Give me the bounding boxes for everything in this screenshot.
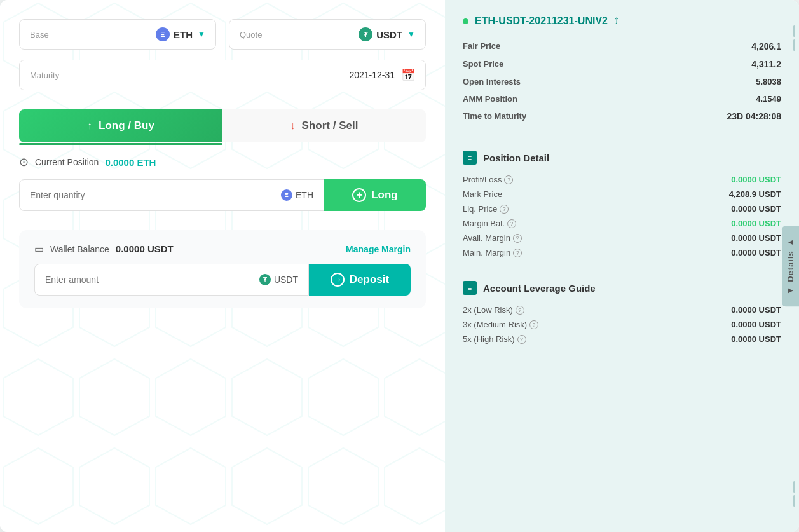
- quote-value: ₮ USDT: [359, 27, 402, 41]
- amount-usdt-label: ₮ USDT: [259, 274, 298, 285]
- open-interests-label: Open Interests: [463, 75, 727, 88]
- margin-bal-value: 0.0000 USDT: [729, 219, 781, 228]
- leverage-grid: 2x (Low Risk) ? 0.0000 USDT 3x (Medium R…: [463, 305, 781, 344]
- base-value: Ξ ETH: [156, 27, 193, 41]
- calendar-icon: 📅: [401, 68, 415, 82]
- deposit-button[interactable]: → Deposit: [309, 264, 411, 296]
- main-margin-value: 0.0000 USDT: [729, 248, 781, 257]
- quote-selector[interactable]: Quote ₮ USDT ▼: [229, 19, 426, 50]
- leverage-3x-value: 0.0000 USDT: [731, 320, 781, 329]
- position-detail-section: ≡ Position Detail: [463, 151, 781, 165]
- time-to-maturity-label: Time to Maturity: [463, 109, 727, 123]
- details-chevron-right-icon: ▶: [788, 287, 793, 294]
- arrow-up-icon: ↑: [87, 120, 92, 132]
- margin-bal-label: Margin Bal. ?: [463, 219, 729, 228]
- current-position-value: 0.0000 ETH: [105, 157, 156, 168]
- base-chevron-down-icon: ▼: [198, 30, 205, 39]
- short-sell-tab[interactable]: ↓ Short / Sell: [222, 109, 426, 142]
- deposit-circle-icon: →: [331, 273, 345, 287]
- amm-position-value: 4.1549: [727, 92, 781, 106]
- instrument-name: ETH-USDT-20211231-UNIV2: [475, 15, 608, 27]
- handle-bars-top: [789, 19, 799, 57]
- divider-1: [463, 139, 781, 139]
- wallet-label: Wallet Balance: [50, 244, 109, 254]
- profit-loss-help-icon[interactable]: ?: [504, 175, 513, 184]
- base-label: Base: [30, 30, 49, 39]
- quantity-row: Ξ ETH + Long: [19, 179, 426, 211]
- margin-bal-help-icon[interactable]: ?: [507, 219, 516, 228]
- eth-small-icon: Ξ: [281, 189, 292, 201]
- arrow-down-icon: ↓: [290, 120, 296, 132]
- leverage-5x-value: 0.0000 USDT: [731, 334, 781, 344]
- current-position-label: Current Position: [35, 157, 99, 167]
- avail-margin-help-icon[interactable]: ?: [513, 234, 522, 243]
- wallet-icon: ▭: [34, 243, 44, 255]
- database-icon: ⊙: [19, 155, 29, 169]
- divider-2: [463, 269, 781, 269]
- quantity-eth-label: Ξ ETH: [281, 189, 313, 201]
- manage-margin-link[interactable]: Manage Margin: [346, 244, 411, 254]
- leverage-2x-help-icon[interactable]: ?: [516, 306, 524, 315]
- position-detail-icon: ≡: [463, 151, 477, 165]
- wallet-section: ▭ Wallet Balance 0.0000 USDT Manage Marg…: [19, 230, 426, 308]
- usdt-icon: ₮: [359, 27, 372, 41]
- maturity-label: Maturity: [30, 71, 59, 80]
- spot-price-label: Spot Price: [463, 57, 727, 71]
- main-margin-help-icon[interactable]: ?: [513, 249, 522, 257]
- avail-margin-value: 0.0000 USDT: [729, 233, 781, 243]
- open-interests-value: 5.8038: [727, 75, 781, 88]
- base-selector[interactable]: Base Ξ ETH ▼: [19, 19, 216, 50]
- fair-price-value: 4,206.1: [727, 39, 781, 53]
- position-detail-title: Position Detail: [483, 153, 549, 163]
- leverage-5x-help-icon[interactable]: ?: [517, 335, 526, 344]
- leverage-2x-label: 2x (Low Risk) ?: [463, 305, 731, 315]
- avail-margin-label: Avail. Margin ?: [463, 233, 729, 243]
- amount-input-box: ₮ USDT: [34, 264, 309, 296]
- liq-price-label: Liq. Price ?: [463, 204, 729, 214]
- time-to-maturity-value: 23D 04:28:08: [727, 109, 781, 123]
- mark-price-label: Mark Price: [463, 189, 729, 199]
- status-dot-icon: [463, 18, 468, 24]
- selectors-row: Base Ξ ETH ▼ Quote ₮ USDT ▼: [19, 19, 426, 50]
- leverage-2x-value: 0.0000 USDT: [731, 305, 781, 315]
- position-detail-grid: Profit/Loss ? 0.0000 USDT Mark Price 4,2…: [463, 175, 781, 257]
- current-position-row: ⊙ Current Position 0.0000 ETH: [19, 155, 426, 169]
- leverage-icon: ≡: [463, 281, 477, 295]
- instrument-header: ETH-USDT-20211231-UNIV2 ⤴: [463, 15, 781, 27]
- right-panel: ETH-USDT-20211231-UNIV2 ⤴ Fair Price 4,2…: [445, 0, 799, 532]
- quote-label: Quote: [240, 30, 262, 39]
- leverage-5x-label: 5x (High Risk) ?: [463, 334, 731, 344]
- details-chevron-left-icon: ◀: [788, 238, 793, 245]
- details-tab[interactable]: ◀ Details ▶: [782, 226, 799, 307]
- usdt-small-icon: ₮: [259, 274, 271, 285]
- price-grid: Fair Price 4,206.1 Spot Price 4,311.2 Op…: [463, 39, 781, 123]
- maturity-value: 2021-12-31 📅: [349, 68, 415, 82]
- spot-price-value: 4,311.2: [727, 57, 781, 71]
- liq-price-help-icon[interactable]: ?: [500, 205, 509, 214]
- leverage-section: ≡ Account Leverage Guide: [463, 281, 781, 295]
- leverage-title: Account Leverage Guide: [483, 283, 596, 294]
- liq-price-value: 0.0000 USDT: [729, 204, 781, 214]
- amount-input[interactable]: [45, 275, 253, 285]
- trade-tabs: ↑ Long / Buy ↓ Short / Sell: [19, 109, 426, 142]
- mark-price-value: 4,208.9 USDT: [729, 189, 781, 199]
- left-panel: Base Ξ ETH ▼ Quote ₮ USDT ▼ Maturity 202…: [0, 0, 445, 532]
- circle-plus-icon: +: [352, 188, 366, 202]
- long-button[interactable]: + Long: [324, 179, 426, 211]
- amm-position-label: AMM Position: [463, 92, 727, 106]
- eth-icon: Ξ: [156, 27, 170, 41]
- main-margin-label: Main. Margin ?: [463, 248, 729, 257]
- quantity-input-box: Ξ ETH: [19, 179, 324, 211]
- profit-loss-value: 0.0000 USDT: [729, 175, 781, 184]
- wallet-row: ▭ Wallet Balance 0.0000 USDT Manage Marg…: [34, 243, 411, 255]
- deposit-row: ₮ USDT → Deposit: [34, 264, 411, 296]
- details-tab-label: Details: [786, 250, 795, 282]
- long-buy-tab[interactable]: ↑ Long / Buy: [19, 109, 222, 142]
- quantity-input[interactable]: [30, 190, 275, 200]
- share-icon[interactable]: ⤴: [614, 16, 618, 26]
- maturity-box[interactable]: Maturity 2021-12-31 📅: [19, 60, 426, 90]
- quote-chevron-down-icon: ▼: [407, 30, 415, 39]
- leverage-3x-help-icon[interactable]: ?: [529, 320, 538, 329]
- fair-price-label: Fair Price: [463, 39, 727, 53]
- handle-bars-bottom: [789, 475, 799, 513]
